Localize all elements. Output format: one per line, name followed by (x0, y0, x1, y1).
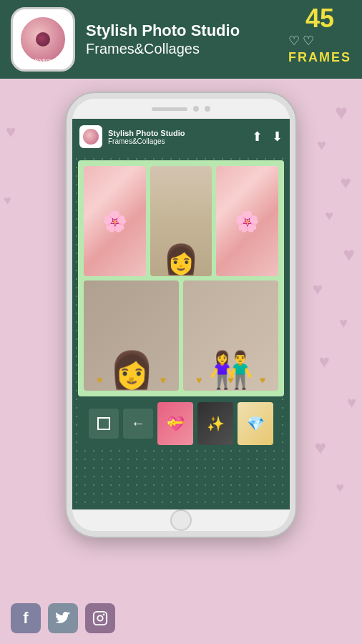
hearts-row: ♡ ♡ (288, 33, 351, 49)
phone-appbar-title: Stylish Photo Studio (108, 129, 243, 137)
frames-label: FRAMES (288, 50, 351, 65)
back-button[interactable]: ← (123, 409, 153, 439)
background-area: ♥ ♥ ♥ ♥ ♥ ♥ ♥ ♥ ♥ ♥ ♥ ♥ ♥ Stylish Photo … (0, 79, 362, 644)
heart-icon-1: ♡ (288, 33, 300, 49)
phone-icon-inner (83, 129, 99, 145)
frame-diamond[interactable] (238, 402, 273, 445)
svg-rect-1 (94, 612, 107, 625)
photo-slot-girl[interactable] (150, 166, 212, 276)
phone-toolbar: ← (83, 396, 279, 450)
frames-count-block: 45 ♡ ♡ FRAMES (288, 6, 351, 65)
phone-mockup: Stylish Photo Studio Frames&Collages ⬆ ⬇ (67, 93, 295, 537)
frame-dark[interactable] (197, 402, 233, 445)
phone-dot-1 (193, 106, 199, 112)
phone-appbar-subtitle: Frames&Collages (108, 137, 243, 145)
social-bar: f (11, 603, 115, 633)
heart-icon-2: ♡ (303, 33, 314, 49)
svg-point-2 (97, 615, 102, 620)
share-icon[interactable]: ⬆ (252, 129, 263, 145)
phone-appbar-text: Stylish Photo Studio Frames&Collages (108, 129, 243, 145)
phone-top (72, 99, 290, 119)
download-icon[interactable]: ⬇ (272, 129, 283, 145)
app-header: ✦ Stylish Stylish Photo Studio Frames&Co… (0, 0, 362, 79)
frame-select-button[interactable] (89, 409, 119, 439)
photo-slot-flowers-right[interactable] (216, 166, 278, 276)
phone-screen: Stylish Photo Studio Frames&Collages ⬆ ⬇ (72, 119, 290, 509)
app-icon: ✦ Stylish (11, 7, 75, 72)
svg-point-3 (103, 614, 105, 616)
phone-appbar: Stylish Photo Studio Frames&Collages ⬆ ⬇ (72, 119, 290, 155)
twitter-icon (55, 612, 71, 625)
instagram-button[interactable] (85, 603, 115, 633)
collage-top-row (84, 166, 278, 276)
frame-select-icon (97, 416, 111, 431)
instagram-icon (92, 610, 108, 626)
collage-frame: 👩 ♥ ♥ ♥ 👫 ♥ ♥ ♥ (78, 160, 284, 396)
phone-content: 👩 ♥ ♥ ♥ 👫 ♥ ♥ ♥ (72, 155, 290, 509)
frame-pink[interactable] (157, 402, 193, 445)
phone-dot-2 (205, 106, 210, 112)
phone-bottom (72, 509, 290, 531)
frames-number: 45 (288, 6, 351, 31)
sparkle-icon: ✦ (59, 13, 67, 24)
phone-app-icon (79, 125, 102, 148)
home-button[interactable] (170, 509, 192, 531)
twitter-button[interactable] (48, 603, 78, 633)
icon-label-text: Stylish (34, 57, 52, 64)
phone-speaker (152, 107, 187, 111)
photo-slot-flowers-left[interactable] (84, 166, 146, 276)
photo-slot-group-right[interactable]: 👫 ♥ ♥ ♥ (183, 280, 278, 391)
collage-bottom-row: 👩 ♥ ♥ ♥ 👫 ♥ ♥ ♥ (84, 280, 278, 391)
photo-slot-group-left[interactable]: 👩 ♥ ♥ ♥ (84, 280, 179, 391)
facebook-button[interactable]: f (11, 603, 41, 633)
svg-rect-0 (98, 418, 109, 429)
